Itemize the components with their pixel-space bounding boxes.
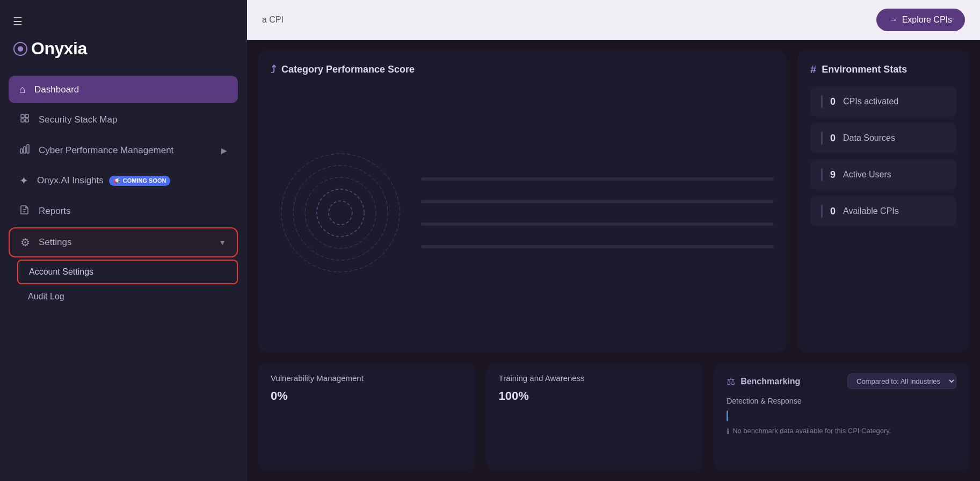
stat-count-active-users: 9	[830, 169, 836, 181]
chart-line-1	[421, 177, 774, 181]
svg-rect-2	[21, 114, 24, 118]
sidebar-item-dashboard[interactable]: ⌂ Dashboard	[9, 76, 238, 103]
chart-line-3	[421, 222, 774, 226]
env-stat-active-users[interactable]: 9 Active Users	[810, 160, 956, 190]
arrow-right-icon: →	[889, 15, 898, 25]
main-panels: ⤴ Category Performance Score	[247, 40, 980, 363]
sidebar-item-label-security: Security Stack Map	[39, 114, 117, 125]
svg-point-11	[305, 177, 376, 248]
chart-icon	[19, 143, 30, 157]
blue-bar-indicator	[727, 411, 728, 421]
training-title: Training and Awareness	[499, 374, 691, 383]
sidebar-item-settings[interactable]: ⚙ Settings ▼	[9, 227, 238, 257]
benchmarking-title: Benchmarking	[741, 377, 800, 386]
env-stat-available-cpis[interactable]: 0 Available CPIs	[810, 196, 956, 226]
svg-point-1	[18, 46, 23, 52]
sidebar-item-account-settings[interactable]: Account Settings	[17, 260, 238, 284]
svg-rect-5	[25, 119, 28, 122]
stat-divider	[821, 95, 823, 108]
svg-point-9	[281, 154, 400, 272]
environment-stats-card: # Environment Stats 0 CPIs activated 0 D…	[797, 51, 969, 352]
stat-divider-2	[821, 132, 823, 145]
stat-label-data-sources: Data Sources	[843, 133, 895, 143]
ai-icon: ✦	[19, 174, 28, 187]
svg-point-10	[293, 166, 388, 260]
svg-point-13	[329, 201, 352, 225]
account-settings-label: Account Settings	[29, 267, 93, 277]
training-value: 100%	[499, 389, 691, 403]
sidebar-item-label-ai: Onyx.AI Insights	[37, 175, 104, 186]
security-stack-icon	[19, 113, 30, 126]
stat-label-available-cpis: Available CPIs	[843, 206, 899, 216]
vulnerability-title: Vulnerability Management	[271, 374, 462, 383]
home-icon: ⌂	[19, 83, 26, 96]
chevron-right-icon: ▶	[221, 146, 227, 155]
explore-cpis-button[interactable]: → Explore CPIs	[876, 9, 965, 31]
scale-icon: ⚖	[727, 376, 735, 387]
stat-divider-3	[821, 168, 823, 181]
radar-chart	[271, 143, 410, 283]
chart-lines	[421, 172, 774, 254]
megaphone-icon: 📢	[113, 177, 121, 184]
vulnerability-value: 0%	[271, 389, 462, 403]
stat-label-active-users: Active Users	[843, 170, 891, 180]
sidebar-nav: ⌂ Dashboard Security Stack Map	[0, 71, 246, 481]
hamburger-icon[interactable]: ☰	[13, 15, 23, 28]
sidebar-header: ☰	[0, 0, 246, 39]
stat-divider-4	[821, 205, 823, 218]
breadcrumb: a CPI	[262, 15, 284, 25]
sidebar-item-security-stack-map[interactable]: Security Stack Map	[9, 105, 238, 134]
sidebar-item-label-settings: Settings	[39, 237, 71, 248]
performance-body	[271, 87, 774, 339]
onyxia-logo-icon	[13, 41, 28, 56]
sidebar-item-audit-log[interactable]: Audit Log	[17, 285, 238, 308]
audit-log-label: Audit Log	[28, 292, 64, 301]
info-icon: ℹ	[727, 427, 729, 436]
stat-count-cpis: 0	[830, 96, 836, 107]
vulnerability-card: Vulnerability Management 0%	[258, 363, 475, 470]
sidebar-item-label-reports: Reports	[39, 206, 71, 217]
performance-card-title: ⤴ Category Performance Score	[271, 63, 774, 76]
detection-response-title: Detection & Response	[727, 397, 956, 405]
stat-count-available-cpis: 0	[830, 206, 836, 217]
benchmarking-card: ⚖ Benchmarking Compared to: All Industri…	[714, 363, 969, 470]
svg-point-12	[317, 189, 364, 236]
logo-area: Onyxia	[0, 39, 246, 71]
benchmarking-dropdown[interactable]: Compared to: All Industries	[847, 374, 956, 389]
benchmarking-header: ⚖ Benchmarking Compared to: All Industri…	[727, 374, 956, 389]
chart-line-4	[421, 245, 774, 248]
svg-rect-4	[21, 119, 24, 122]
sidebar-item-label-cyber: Cyber Performance Management	[39, 145, 173, 156]
performance-icon: ⤴	[271, 63, 276, 76]
sidebar-item-cyber-performance[interactable]: Cyber Performance Management ▶	[9, 136, 238, 164]
reports-icon	[19, 204, 30, 218]
sidebar-item-label-dashboard: Dashboard	[34, 84, 79, 95]
settings-icon: ⚙	[20, 236, 30, 249]
env-stat-cpis-activated[interactable]: 0 CPIs activated	[810, 87, 956, 117]
chevron-down-icon: ▼	[219, 238, 226, 247]
hash-icon: #	[810, 63, 816, 76]
top-bar: a CPI → Explore CPIs	[247, 0, 980, 40]
sidebar-item-reports[interactable]: Reports	[9, 197, 238, 225]
env-stat-data-sources[interactable]: 0 Data Sources	[810, 123, 956, 153]
logo-text: Onyxia	[31, 39, 87, 59]
settings-sub-items: Account Settings Audit Log	[9, 260, 238, 308]
sidebar-item-onyx-ai[interactable]: ✦ Onyx.AI Insights 📢 COMING SOON	[9, 167, 238, 195]
bottom-panels: Vulnerability Management 0% Training and…	[247, 363, 980, 481]
sidebar: ☰ Onyxia ⌂ Dashboard Security Stack M	[0, 0, 247, 481]
svg-rect-7	[24, 147, 26, 153]
svg-rect-3	[25, 114, 28, 118]
main-content: a CPI → Explore CPIs ⤴ Category Performa…	[247, 0, 980, 481]
stat-count-data-sources: 0	[830, 133, 836, 144]
chart-line-2	[421, 200, 774, 203]
performance-score-card: ⤴ Category Performance Score	[258, 51, 787, 352]
stat-label-cpis: CPIs activated	[843, 97, 898, 106]
explore-cpis-label: Explore CPIs	[902, 15, 952, 25]
env-stats-title: # Environment Stats	[810, 63, 956, 76]
svg-rect-8	[27, 145, 29, 153]
svg-rect-6	[20, 149, 23, 153]
training-card: Training and Awareness 100%	[486, 363, 703, 470]
coming-soon-badge: 📢 COMING SOON	[109, 176, 171, 186]
no-benchmark-message: ℹ No benchmark data available for this C…	[727, 427, 956, 436]
